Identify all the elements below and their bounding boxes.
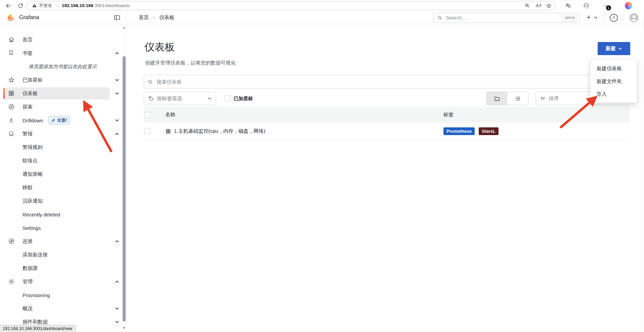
menu-item-import[interactable]: 导入 (591, 88, 637, 100)
sidebar-item-label: Drilldown (23, 118, 43, 123)
tag-filter-select[interactable]: 按标签筛选 (144, 92, 216, 105)
tag-icon (148, 96, 154, 101)
table-row[interactable]: 1.主机基础监控(cpu，内存，磁盘，网络) Prometheus StarsL (144, 123, 630, 140)
sidebar-item-label: 首页 (23, 37, 33, 43)
sidebar-item-connections[interactable]: 连接 (0, 235, 127, 247)
sidebar-item-contact-points[interactable]: 联络点 (0, 155, 127, 167)
browser-refresh-button[interactable] (16, 1, 25, 10)
dashboard-search-box[interactable] (144, 75, 630, 88)
url-host: 192.168.10.166 (62, 3, 93, 8)
browser-settings-menu-button[interactable]: 1 (602, 1, 611, 10)
browser-back-button[interactable] (4, 1, 13, 10)
chevron-down-icon[interactable] (115, 306, 119, 311)
sidebar-item-alerting[interactable]: 警报 (0, 128, 127, 140)
active-item-highlight (3, 87, 110, 99)
chevron-up-icon[interactable] (115, 132, 119, 136)
scrollbar-down-arrow[interactable]: ▼ (123, 327, 125, 329)
sidebar-item-administration[interactable]: 管理 (0, 276, 127, 288)
chevron-down-icon (208, 96, 212, 100)
chevron-down-icon[interactable] (115, 320, 119, 324)
add-new-button[interactable] (586, 14, 598, 20)
scrollbar-up-arrow[interactable]: ▲ (123, 26, 125, 29)
folder-view-button[interactable] (486, 92, 507, 105)
row-checkbox[interactable] (144, 128, 150, 134)
breadcrumb-home[interactable]: 首页 (139, 14, 149, 21)
new-dropdown-menu: 新建仪表板 新建文件夹 导入 (590, 59, 637, 103)
sidebar-item-general[interactable]: 概况 (0, 302, 127, 315)
chevron-up-icon[interactable] (115, 51, 119, 55)
zoom-in-icon[interactable] (524, 3, 530, 8)
link-icon (8, 238, 15, 245)
active-item-indicator (3, 88, 5, 99)
dashboard-search-input[interactable] (156, 79, 626, 85)
sidebar-item-explore[interactable]: 探索 (0, 101, 127, 113)
notification-badge: 1 (606, 5, 611, 10)
profile-avatar-icon (583, 2, 590, 9)
sidebar-item-active-notifications[interactable]: 活跃通知 (0, 195, 127, 207)
folder-icon (494, 95, 500, 102)
sidebar-item-label: 已加星标 (23, 77, 43, 83)
address-bar[interactable]: 不安全 192.168.10.166:3001/dashboards (26, 1, 556, 10)
sidebar-item-add-connection[interactable]: 添加新连接 (0, 249, 127, 261)
gear-icon (8, 278, 15, 285)
sidebar-item-home[interactable]: 首页 (0, 34, 127, 46)
sidebar-item-provisioning[interactable]: Provisioning (0, 289, 127, 301)
sidebar-item-dashboards[interactable]: 仪表板 (0, 87, 127, 99)
global-search-input[interactable] (445, 14, 562, 21)
arrow-left-icon (5, 2, 12, 9)
bell-icon (8, 130, 15, 137)
menu-item-new-dashboard[interactable]: 新建仪表板 (591, 62, 637, 75)
sidebar-item-starred[interactable]: 已加星标 (0, 74, 127, 86)
favorites-list-icon (565, 3, 571, 9)
breadcrumb-separator: › (153, 14, 155, 20)
chevron-up-icon[interactable] (115, 239, 119, 244)
security-label: 不安全 (39, 3, 52, 9)
read-aloud-icon[interactable] (535, 3, 541, 8)
sidebar-item-settings[interactable]: Settings (0, 222, 127, 234)
list-view-button[interactable] (507, 92, 528, 105)
breadcrumb-current[interactable]: 仪表板 (159, 14, 174, 21)
sidebar-scrollbar-thumb[interactable] (123, 56, 126, 322)
sidebar-nav: 首页 书签 将页面添加为书签以在此处显示 已加星标 仪表板 探索 Drilldo… (0, 24, 127, 332)
window-scroll-edge (642, 11, 643, 332)
sidebar-item-silences[interactable]: 静默 (0, 181, 127, 194)
copilot-icon (625, 2, 632, 9)
chevron-down-icon[interactable] (115, 118, 119, 123)
user-avatar[interactable] (629, 13, 639, 23)
help-button[interactable]: ? (609, 13, 618, 22)
chevron-up-icon (618, 47, 622, 51)
star-icon (8, 77, 15, 83)
avatar-icon (629, 13, 639, 23)
sidebar-item-data-sources[interactable]: 数据源 (0, 262, 127, 274)
sort-label: 排序 (549, 95, 559, 102)
column-header-name: 名称 (165, 112, 443, 118)
copilot-button[interactable] (624, 1, 633, 10)
sidebar-item-recently-deleted[interactable]: Recently deleted (0, 208, 127, 220)
drilldown-icon (8, 117, 15, 124)
browser-toolbar: 不安全 192.168.10.166:3001/dashboards 1 (0, 0, 644, 12)
sidebar-item-alert-rules[interactable]: 警报规则 (0, 141, 127, 153)
search-icon (437, 15, 442, 20)
chevron-up-icon[interactable] (115, 280, 119, 284)
tag-prometheus[interactable]: Prometheus (443, 127, 475, 135)
sidebar-item-label: 警报 (23, 131, 33, 137)
bookmark-icon (8, 50, 15, 56)
chevron-down-icon[interactable] (115, 78, 119, 82)
favorite-star-icon[interactable] (546, 3, 552, 9)
starred-checkbox[interactable] (224, 95, 230, 101)
chevron-down-icon[interactable] (115, 91, 119, 96)
sidebar-item-bookmarks[interactable]: 书签 (0, 47, 127, 59)
browser-favorites-button[interactable] (563, 1, 572, 10)
sidebar-toggle-icon[interactable] (114, 14, 121, 21)
brand-title: Grafana (19, 14, 39, 20)
menu-item-new-folder[interactable]: 新建文件夹 (591, 75, 637, 88)
new-button[interactable]: 新建 (598, 42, 630, 55)
sidebar-item-notification-policies[interactable]: 通知策略 (0, 168, 127, 180)
dashboard-name-link[interactable]: 1.主机基础监控(cpu，内存，磁盘，网络) (174, 128, 265, 134)
sidebar-item-drilldown[interactable]: Drilldown 全新! (0, 114, 127, 126)
browser-profile-button[interactable] (582, 1, 591, 10)
grafana-logo (6, 13, 15, 22)
select-all-checkbox[interactable] (144, 112, 150, 118)
global-search-box[interactable]: ctrl+k (433, 13, 580, 23)
tag-starsl[interactable]: StarsL (479, 127, 498, 135)
